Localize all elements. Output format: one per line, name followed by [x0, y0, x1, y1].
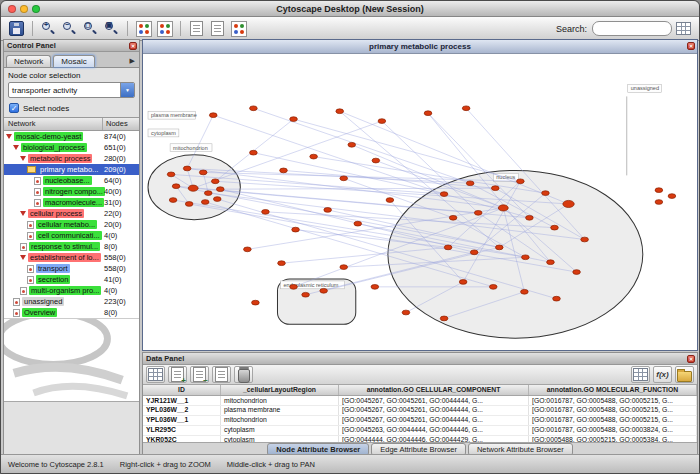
- column-header[interactable]: annotation.GO CELLULAR_COMPONENT: [339, 385, 529, 395]
- window-titlebar[interactable]: Cytoscape Desktop (New Session): [1, 1, 699, 17]
- network-node[interactable]: [201, 200, 209, 205]
- network-node[interactable]: [491, 186, 499, 191]
- tree-item-metabolic-process[interactable]: metabolic process280(0): [4, 153, 139, 164]
- network-node[interactable]: [581, 237, 589, 242]
- network-node[interactable]: [250, 106, 258, 111]
- network-node[interactable]: [655, 188, 663, 193]
- network-node[interactable]: [668, 194, 676, 199]
- network-node[interactable]: [440, 192, 448, 197]
- network-node[interactable]: [444, 245, 452, 250]
- network-canvas[interactable]: plasma membranecytoplasmmitochondrionnuc…: [143, 54, 697, 350]
- delete-attribute-button[interactable]: −: [190, 366, 209, 383]
- tree-item-establishment-of-lo[interactable]: establishment of lo...558(0): [4, 252, 139, 263]
- expand-triangle-icon[interactable]: [13, 145, 19, 150]
- network-node[interactable]: [459, 280, 467, 285]
- network-column-header[interactable]: Network: [4, 118, 103, 130]
- search-options-button[interactable]: [674, 19, 693, 38]
- network-node[interactable]: [563, 200, 574, 207]
- network-node[interactable]: [517, 179, 525, 184]
- plugin-manager-button[interactable]: [208, 19, 227, 38]
- network-node[interactable]: [372, 158, 380, 163]
- network-node[interactable]: [292, 227, 300, 232]
- zoom-selected-button[interactable]: ▣: [102, 19, 121, 38]
- tab-network[interactable]: Network: [6, 55, 51, 67]
- network-node[interactable]: [340, 176, 348, 181]
- tree-item-nucleobase[interactable]: nucleobase...64(0): [4, 175, 139, 186]
- network-node[interactable]: [320, 288, 328, 293]
- select-nodes-checkbox[interactable]: ✓: [9, 103, 19, 113]
- zoom-window-button[interactable]: [32, 5, 40, 13]
- network-node[interactable]: [290, 284, 298, 289]
- vizmapper-button[interactable]: [155, 19, 174, 38]
- network-node[interactable]: [354, 221, 362, 226]
- attribute-matrix-button[interactable]: [631, 366, 650, 383]
- zoom-out-button[interactable]: −: [60, 19, 79, 38]
- network-node[interactable]: [386, 198, 394, 203]
- network-edge[interactable]: [213, 115, 444, 194]
- column-header[interactable]: annotation.GO MOLECULAR_FUNCTION: [529, 385, 697, 395]
- expand-triangle-icon[interactable]: [20, 156, 26, 161]
- table-row[interactable]: YLR295Ccytoplasm[GO:0045263, GO:0044444,…: [143, 426, 697, 436]
- network-node[interactable]: [302, 292, 310, 297]
- network-node[interactable]: [547, 260, 555, 265]
- network-node[interactable]: [204, 191, 212, 196]
- zoom-fit-button[interactable]: ◻: [81, 19, 100, 38]
- delete-row-button[interactable]: [234, 366, 253, 383]
- tree-item-cellular-process[interactable]: cellular process22(0): [4, 208, 139, 219]
- network-node[interactable]: [278, 261, 286, 266]
- data-panel-close-button[interactable]: ✕: [687, 355, 695, 363]
- column-header[interactable]: _cellularLayoutRegion: [221, 385, 339, 395]
- tree-item-nitrogen-compo[interactable]: nitrogen compo...40(0): [4, 186, 139, 197]
- network-node[interactable]: [542, 191, 550, 196]
- network-node[interactable]: [172, 184, 180, 189]
- tab-mosaic[interactable]: Mosaic: [53, 55, 94, 67]
- control-panel-close-button[interactable]: ✕: [129, 42, 137, 50]
- network-node[interactable]: [340, 265, 348, 270]
- node-color-dropdown[interactable]: transporter activity ▼: [8, 82, 135, 98]
- tree-item-biological-process[interactable]: biological_process651(0): [4, 142, 139, 153]
- network-node[interactable]: [183, 166, 191, 171]
- expand-triangle-icon[interactable]: [20, 211, 26, 216]
- network-node[interactable]: [498, 205, 508, 211]
- network-graph[interactable]: plasma membranecytoplasmmitochondrionnuc…: [143, 54, 697, 350]
- network-node[interactable]: [553, 296, 561, 301]
- network-window-close-button[interactable]: ✕: [687, 42, 695, 50]
- network-node[interactable]: [336, 109, 344, 114]
- network-node[interactable]: [526, 215, 534, 220]
- network-node[interactable]: [310, 154, 318, 159]
- table-row[interactable]: YPL036W__2plasma membrane[GO:0045267, GO…: [143, 406, 697, 416]
- tree-item-response-to-stimul[interactable]: response to stimul...8(0): [4, 241, 139, 252]
- network-window-titlebar[interactable]: primary metabolic process ✕: [143, 40, 697, 54]
- chevron-down-icon[interactable]: ▼: [120, 83, 134, 97]
- search-input[interactable]: [592, 21, 672, 36]
- layout-button[interactable]: [229, 19, 248, 38]
- network-node[interactable]: [324, 208, 332, 213]
- tree-item-primary-metabo[interactable]: primary metabo...209(0): [4, 164, 139, 175]
- tree-item-multi-organism-pro[interactable]: multi-organism pro...4(0): [4, 285, 139, 296]
- network-node[interactable]: [371, 284, 379, 289]
- table-row[interactable]: YPL036W__1mitochondrion[GO:0045267, GO:0…: [143, 416, 697, 426]
- expand-triangle-icon[interactable]: [6, 134, 12, 139]
- column-header[interactable]: ID: [143, 385, 221, 395]
- tree-item-mosaic-demo-yeast[interactable]: mosaic-demo-yeast874(0): [4, 131, 139, 142]
- network-node[interactable]: [474, 210, 482, 215]
- network-node[interactable]: [188, 185, 198, 191]
- create-attribute-button[interactable]: +: [168, 366, 187, 383]
- network-node[interactable]: [449, 215, 457, 220]
- network-node[interactable]: [466, 181, 474, 186]
- network-node[interactable]: [244, 247, 252, 252]
- network-node[interactable]: [211, 179, 219, 184]
- annotation-button[interactable]: [187, 19, 206, 38]
- tree-item-macromolecule[interactable]: macromolecule...31(0): [4, 197, 139, 208]
- network-node[interactable]: [521, 289, 529, 294]
- close-window-button[interactable]: [8, 5, 16, 13]
- network-node[interactable]: [489, 284, 497, 289]
- expand-triangle-icon[interactable]: [20, 255, 26, 260]
- network-node[interactable]: [199, 170, 207, 175]
- import-attributes-button[interactable]: [675, 366, 694, 383]
- nucleus-region[interactable]: [388, 170, 643, 338]
- network-node[interactable]: [440, 316, 448, 321]
- network-node[interactable]: [209, 113, 217, 118]
- function-builder-button[interactable]: f(x): [653, 366, 672, 383]
- network-node[interactable]: [424, 111, 432, 116]
